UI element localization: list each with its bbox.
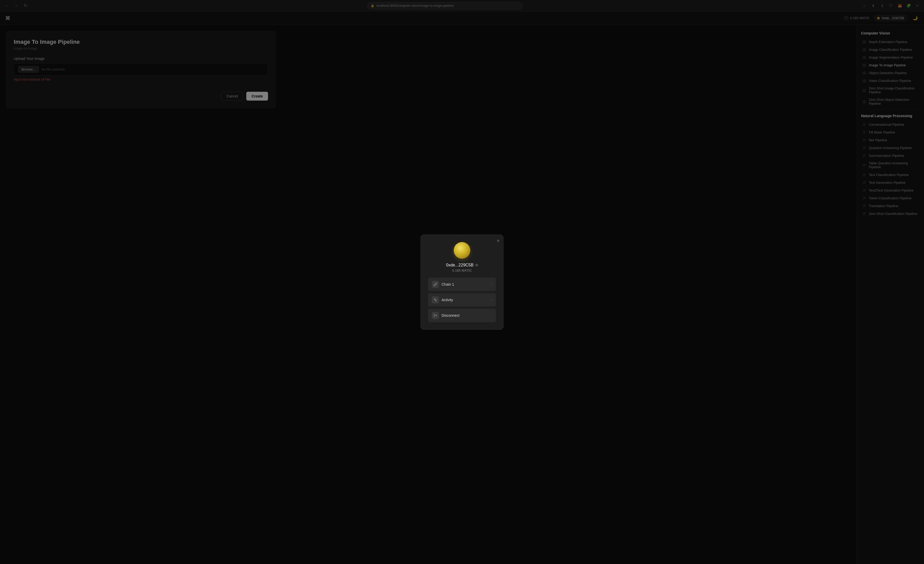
wallet-avatar [454,242,470,259]
modal-address-text: 0xde...229C5B [446,263,474,268]
modal-close-button[interactable]: × [497,238,500,243]
modal-balance: 0.185 MATIC [428,269,496,272]
activity-icon [432,296,439,304]
disconnect-icon [432,312,439,319]
copy-address-icon[interactable]: ⧉ [476,263,478,267]
chain-chevron-icon: › [491,283,492,286]
chain-label: Chain 1 [441,282,454,286]
modal-overlay[interactable]: × 0xde...229C5B ⧉ 0.185 MATIC Chain 1 › [0,0,924,564]
modal-avatar-wrap [428,242,496,259]
modal-address: 0xde...229C5B ⧉ [428,263,496,268]
activity-menu-item[interactable]: Activity › [428,293,496,307]
activity-label: Activity [441,298,453,302]
wallet-modal: × 0xde...229C5B ⧉ 0.185 MATIC Chain 1 › [421,235,503,330]
disconnect-label: Disconnect [441,313,459,317]
disconnect-item[interactable]: Disconnect [428,309,496,322]
activity-chevron-icon: › [491,298,492,302]
chain-menu-item[interactable]: Chain 1 › [428,278,496,291]
chain-icon [432,281,439,288]
